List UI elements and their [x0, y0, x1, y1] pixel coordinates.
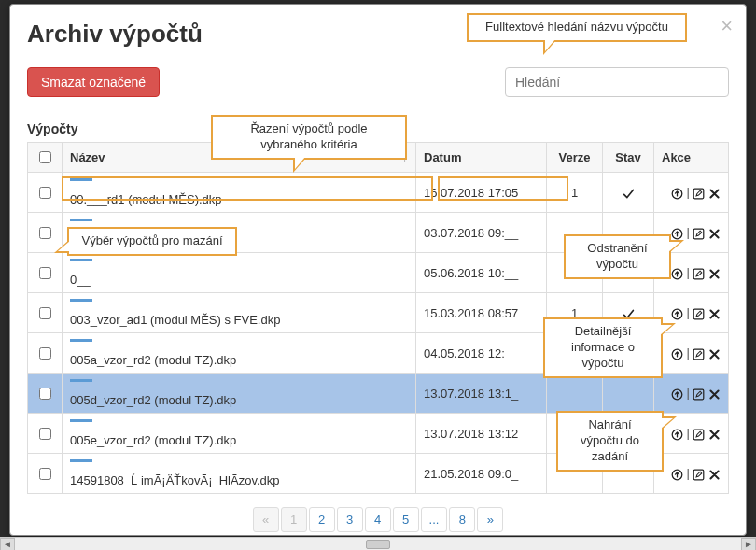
row-checkbox[interactable]	[39, 307, 51, 319]
cell-name: 0__	[63, 253, 416, 293]
table-row[interactable]: 00.___rd1 (modul MĚS).dkp16.07.2018 17:0…	[28, 173, 729, 213]
remove-icon[interactable]	[708, 466, 721, 480]
callout-remove: Odstranění výpočtu	[564, 234, 671, 279]
upload-icon[interactable]	[671, 466, 683, 480]
close-icon[interactable]: ×	[721, 14, 733, 38]
page-link[interactable]: 3	[337, 507, 363, 532]
row-checkbox[interactable]	[39, 468, 51, 480]
callout-detail: Detailnější informace o výpočtu	[543, 317, 663, 378]
select-all-checkbox[interactable]	[39, 151, 51, 163]
page-link[interactable]: 1	[281, 507, 307, 532]
edit-icon[interactable]	[693, 426, 705, 440]
remove-icon[interactable]	[708, 185, 721, 199]
cell-date: 21.05.2018 09:0_	[416, 454, 547, 494]
upload-icon[interactable]	[671, 346, 683, 360]
cell-state	[603, 173, 654, 213]
cell-name: 003_vzor_ad1 (modul MĚS) s FVE.dkp	[63, 293, 416, 333]
edit-icon[interactable]	[693, 305, 705, 319]
page-link[interactable]: 4	[365, 507, 391, 532]
scroll-thumb[interactable]	[366, 540, 390, 549]
col-actions: Akce	[654, 143, 729, 173]
delete-marked-button[interactable]: Smazat označené	[27, 67, 160, 97]
remove-icon[interactable]	[708, 305, 721, 319]
svg-rect-9	[694, 349, 705, 360]
edit-icon[interactable]	[693, 346, 705, 360]
page-link[interactable]: «	[253, 507, 279, 532]
upload-icon[interactable]	[671, 225, 683, 239]
cell-name: 00.___rd1 (modul MĚS).dkp	[63, 173, 416, 213]
cell-name: 005d_vzor_rd2 (modul TZ).dkp	[63, 374, 416, 414]
cell-actions: |	[654, 333, 729, 374]
table-row[interactable]: 005d_vzor_rd2 (modul TZ).dkp13.07.2018 1…	[28, 374, 729, 414]
callout-search: Fulltextové hledání názvu výpočtu	[467, 13, 687, 42]
remove-icon[interactable]	[708, 225, 721, 239]
edit-icon[interactable]	[693, 225, 705, 239]
row-checkbox[interactable]	[39, 428, 51, 440]
svg-rect-3	[694, 229, 705, 239]
upload-icon[interactable]	[671, 386, 683, 400]
edit-icon[interactable]	[693, 466, 705, 480]
cell-name: 005a_vzor_rd2 (modul TZ).dkp	[63, 333, 416, 374]
cell-actions: |	[654, 374, 729, 414]
scroll-right-icon[interactable]: ►	[741, 538, 756, 550]
svg-rect-13	[694, 430, 705, 440]
edit-icon[interactable]	[693, 386, 705, 400]
row-checkbox[interactable]	[39, 227, 51, 239]
pagination: «12345...8»	[27, 507, 729, 532]
row-checkbox[interactable]	[39, 267, 51, 279]
scroll-left-icon[interactable]: ◄	[0, 538, 15, 550]
remove-icon[interactable]	[708, 426, 721, 440]
cell-date: 13.07.2018 13:12	[416, 414, 547, 454]
row-checkbox[interactable]	[39, 347, 51, 360]
cell-date: 15.03.2018 08:57	[416, 293, 547, 333]
row-checkbox[interactable]	[39, 187, 51, 199]
svg-rect-5	[694, 269, 705, 279]
cell-date: 04.05.2018 12:__	[416, 333, 547, 374]
col-date[interactable]: Datum	[416, 143, 547, 173]
cell-name: 14591808_Ĺ imÃ¡ÄŤkovÃ¡_HlÃzov.dkp	[63, 454, 416, 494]
svg-rect-7	[694, 309, 705, 319]
upload-icon[interactable]	[671, 265, 683, 279]
svg-rect-1	[694, 189, 705, 199]
page-link[interactable]: 5	[393, 507, 419, 532]
cell-state	[603, 374, 654, 414]
page-link[interactable]: 8	[449, 507, 475, 532]
col-state[interactable]: Stav	[603, 143, 654, 173]
upload-icon[interactable]	[671, 305, 683, 319]
cell-date: 05.06.2018 10:__	[416, 253, 547, 293]
svg-rect-11	[694, 389, 705, 400]
page-link[interactable]: ...	[421, 507, 448, 532]
page-link[interactable]: »	[477, 507, 503, 532]
remove-icon[interactable]	[708, 346, 721, 360]
row-checkbox[interactable]	[39, 388, 51, 400]
callout-upload: Nahrání výpočtu do zadání	[556, 411, 664, 472]
cell-date: 13.07.2018 13:1_	[416, 374, 547, 414]
remove-icon[interactable]	[708, 386, 721, 400]
horizontal-scrollbar[interactable]: ◄ ►	[0, 537, 756, 550]
callout-sort: Řazení výpočtů podle vybraného kritéria	[211, 115, 407, 160]
page-link[interactable]: 2	[309, 507, 335, 532]
cell-actions: |	[654, 454, 729, 494]
search-input[interactable]	[505, 67, 729, 97]
upload-icon[interactable]	[671, 185, 683, 199]
cell-actions: |	[654, 173, 729, 213]
svg-rect-15	[694, 470, 705, 480]
cell-name: 005e_vzor_rd2 (modul TZ).dkp	[63, 414, 416, 454]
cell-date: 03.07.2018 09:__	[416, 213, 547, 253]
cell-version: 1	[547, 173, 603, 213]
cell-date: 16.07.2018 17:05	[416, 173, 547, 213]
remove-icon[interactable]	[708, 265, 721, 279]
edit-icon[interactable]	[693, 265, 705, 279]
callout-select: Výběr výpočtů pro mazání	[67, 227, 237, 256]
edit-icon[interactable]	[693, 185, 705, 199]
cell-version	[547, 374, 603, 414]
col-version[interactable]: Verze	[547, 143, 603, 173]
